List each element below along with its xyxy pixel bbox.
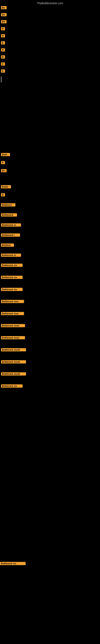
badge-b18: Bottleneck re bbox=[1, 224, 21, 226]
badge-b29: Bottleneck result bbox=[1, 348, 26, 352]
badge-b30: Bottleneck result bbox=[1, 360, 26, 364]
badge-b14: Bottle bbox=[1, 185, 11, 188]
badge-b2: Bo bbox=[1, 13, 7, 16]
badge-b24: Bottleneck res bbox=[1, 288, 23, 291]
badge-b1: Bo bbox=[1, 6, 7, 9]
badge-b22: Bottleneck res bbox=[1, 264, 23, 267]
badge-b21: Bottleneck re bbox=[1, 254, 21, 257]
badge-b28: Bottleneck resul bbox=[1, 336, 25, 339]
badge-b9: E bbox=[1, 62, 5, 66]
site-title: TheBottlenecker.com bbox=[37, 2, 63, 5]
badge-b17: Bottleneck bbox=[1, 213, 17, 216]
badge-b31: Bottleneck result bbox=[1, 372, 26, 376]
badge-b25: Bottleneck resu bbox=[1, 300, 24, 303]
badge-b4: B bbox=[1, 27, 5, 30]
badge-b33: Bottleneck res bbox=[0, 562, 26, 565]
badge-b5: B bbox=[1, 34, 5, 38]
badge-b20: Bottlene bbox=[1, 244, 14, 247]
badge-b13: Bo bbox=[1, 169, 7, 172]
badge-b11: Bottl bbox=[1, 153, 10, 156]
badge-b3: B4 bbox=[1, 20, 7, 23]
badge-b27: Bottleneck resul bbox=[1, 324, 25, 327]
badge-b26: Bottleneck resu bbox=[1, 312, 24, 315]
horizontal-divider bbox=[1, 76, 1, 82]
badge-b16: Bottlenec bbox=[1, 203, 15, 206]
badge-b19: Bottleneck r bbox=[1, 234, 20, 237]
badge-b10: E bbox=[1, 70, 5, 73]
badge-b12: E bbox=[1, 161, 5, 164]
badge-b8: B bbox=[1, 55, 5, 58]
badge-b7: B bbox=[1, 48, 5, 52]
badge-b6: E bbox=[1, 41, 5, 44]
badge-b32: Bottleneck res bbox=[1, 384, 23, 388]
badge-b15: B bbox=[1, 193, 5, 196]
badge-b23: Bottleneck res bbox=[1, 276, 23, 279]
